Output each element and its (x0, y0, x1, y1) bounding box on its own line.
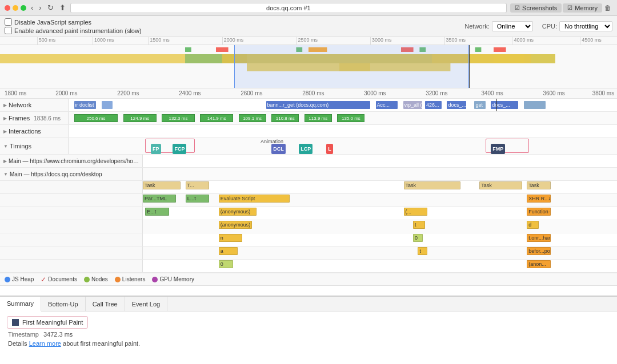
flame-row-2-content: Par...TML L...t Evaluate Script XHR R...… (143, 194, 617, 207)
anon-block-1: (anonymous) (219, 208, 257, 216)
legend-listeners-label: Listeners (122, 276, 146, 282)
tab-bottom-up[interactable]: Bottom-Up (41, 297, 86, 311)
interactions-expand-arrow[interactable]: ▶ (3, 129, 7, 134)
tab-event-log-label: Event Log (132, 301, 161, 308)
task-block-2: T... (186, 181, 210, 189)
network-select[interactable]: Online Fast 3G Slow 3G (492, 21, 533, 31)
selected-region[interactable] (234, 45, 468, 88)
enable-paint-checkbox[interactable] (5, 27, 12, 34)
disable-js-checkbox[interactable] (5, 18, 12, 26)
tick-3800: 3800 ms (592, 90, 614, 96)
enable-paint-row[interactable]: Enable advanced paint instrumentation (s… (5, 27, 142, 34)
bottom-content: First Meaningful Paint Timestamp 3472.3 … (0, 312, 617, 364)
forward-button[interactable]: › (38, 3, 42, 12)
befor-ponse-block: befor...ponse (527, 247, 551, 255)
tab-event-log[interactable]: Event Log (125, 297, 168, 311)
legend-gpu-dot (152, 277, 158, 282)
cpu-label: CPU: (542, 23, 557, 30)
tick-3500: 3500 ms (444, 37, 466, 45)
tick-1500: 1500 ms (148, 37, 170, 45)
screenshots-checkbox[interactable]: ☑ (515, 5, 520, 11)
memory-chart (0, 285, 617, 296)
flame-row-1-label (0, 181, 143, 193)
flame-row-5: n 0 t.onr...hange (0, 233, 617, 246)
frames-track-label[interactable]: ▶ Frames 1838.6 ms (0, 112, 69, 124)
tick-2000: 2000 ms (55, 90, 77, 96)
memory-checkbox[interactable]: ☑ (567, 5, 572, 11)
browser-bar: ‹ › ↻ ⬆ docs.qq.com #1 ☑ Screenshots ☑ M… (0, 0, 617, 16)
memory-tab[interactable]: ☑ Memory (563, 3, 602, 13)
delete-button[interactable]: 🗑 (603, 4, 612, 12)
xhr-block: XHR R...ange (527, 195, 551, 203)
timings-expand-arrow[interactable]: ▼ (3, 144, 8, 149)
frame-block-4: 109.1 ms (239, 114, 266, 122)
frame-block-5: 110.8 ms (271, 114, 299, 122)
main2-track-label[interactable]: ▼ Main — https://docs.qq.com/desktop (0, 168, 143, 180)
main2-label-text: Main — https://docs.qq.com/desktop (10, 171, 102, 177)
frames-track-row: ▶ Frames 1838.6 ms 250.6 ms 124.9 ms 132… (0, 112, 617, 125)
overview-tracks[interactable] (0, 45, 617, 88)
url-bar[interactable]: docs.qq.com #1 (70, 3, 507, 13)
frames-track-content: 250.6 ms 124.9 ms 132.3 ms 141.9 ms 109.… (69, 112, 617, 124)
main1-track-content (143, 155, 617, 167)
tab-bar: ☑ Screenshots ☑ Memory 🗑 (510, 3, 612, 13)
timings-track-label[interactable]: ▼ Timings (0, 138, 69, 154)
main1-expand-arrow[interactable]: ▶ (3, 159, 7, 164)
timings-label-text: Timings (10, 143, 31, 149)
learn-more-link[interactable]: Learn more (29, 340, 61, 347)
disable-js-row[interactable]: Disable JavaScript samples (5, 18, 142, 26)
devtools-panel: Disable JavaScript samples Enable advanc… (0, 16, 617, 364)
frame-block-0: 250.6 ms (74, 114, 118, 122)
svg-rect-1 (216, 47, 229, 52)
par-tml-block: Par...TML (143, 195, 176, 203)
track-container[interactable]: ▶ Network ir doclist bann...r_get (docs.… (0, 99, 617, 296)
screenshots-label: Screenshots (522, 5, 557, 11)
legend-gpu: GPU Memory (152, 276, 194, 282)
lt-block: L...t (186, 195, 210, 203)
legend-listeners: Listeners (115, 276, 146, 282)
screenshots-tab[interactable]: ☑ Screenshots (510, 3, 562, 13)
tick-3000: 3000 ms (370, 37, 392, 45)
tab-bottom-up-label: Bottom-Up (48, 301, 78, 308)
timeline-main: 1800 ms 2000 ms 2200 ms 2400 ms 2600 ms … (0, 88, 617, 296)
flame-row-3: E...t (anonymous) (... Function Call (0, 207, 617, 220)
close-dot[interactable] (5, 5, 10, 11)
back-button[interactable]: ‹ (30, 3, 34, 12)
flame-row-2-label (0, 194, 143, 207)
home-button[interactable]: ⬆ (58, 3, 67, 12)
legend-js-heap-label: JS Heap (12, 276, 34, 282)
interactions-track-label[interactable]: ▶ Interactions (0, 125, 69, 137)
anon-block-2: (... (404, 208, 428, 216)
frames-label-text: Frames (9, 115, 30, 122)
0-block-1: 0 (413, 234, 423, 242)
network-track-label[interactable]: ▶ Network (0, 99, 69, 111)
main1-track-label[interactable]: ▶ Main — https://www.chromium.org/develo… (0, 155, 143, 167)
maximize-dot[interactable] (21, 5, 26, 11)
network-control: Network: Online Fast 3G Slow 3G (464, 21, 532, 31)
timestamp-row: Timestamp 3472.3 ms (8, 331, 610, 338)
main1-label-text: Main — https://www.chromium.org/develope… (9, 158, 139, 164)
disable-js-label: Disable JavaScript samples (14, 19, 91, 26)
timing-lcp: LCP (299, 144, 312, 154)
flame-row-7-content: 0 (anon... (143, 260, 617, 272)
net-bar-doclist: ir doclist (74, 101, 96, 109)
tick-1000: 1000 ms (93, 37, 114, 45)
main2-expand-arrow[interactable]: ▼ (3, 172, 8, 177)
legend-js-heap-dot (5, 277, 10, 282)
reload-button[interactable]: ↻ (46, 3, 55, 12)
interactions-track-content (69, 125, 617, 137)
cpu-select[interactable]: No throttling 4x slowdown 6x slowdown (559, 21, 612, 31)
func-call-block: Function Call (527, 208, 551, 216)
t-block-2: t (418, 247, 427, 255)
timeline-overview[interactable]: 500 ms 1000 ms 1500 ms 2000 ms 2500 ms 3… (0, 37, 617, 88)
flame-row-4-label (0, 220, 143, 233)
flame-row-1: Task T... Task Task Task (0, 181, 617, 194)
network-expand-arrow[interactable]: ▶ (3, 103, 7, 108)
minimize-dot[interactable] (13, 5, 18, 11)
tab-call-tree[interactable]: Call Tree (86, 297, 125, 311)
flame-row-7: 0 (anon... (0, 260, 617, 273)
frames-expand-arrow[interactable]: ▶ (3, 116, 7, 121)
legend-documents-label: Documents (48, 276, 77, 282)
anon-block-3: (anonymous) (219, 221, 252, 229)
tab-summary[interactable]: Summary (0, 297, 41, 312)
